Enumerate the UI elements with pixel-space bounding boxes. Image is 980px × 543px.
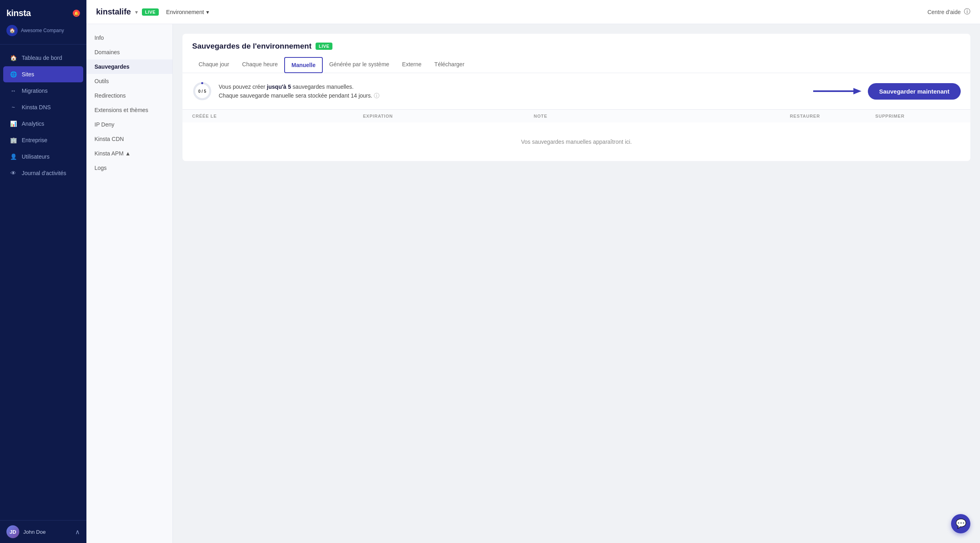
empty-state: Vos sauvegardes manuelles apparaîtront i… xyxy=(182,122,970,161)
sub-nav-item-info[interactable]: Info xyxy=(86,31,172,45)
page-content: Sauvegardes de l'environnement LIVE Chaq… xyxy=(173,24,980,543)
sidebar: kinsta 🔔 🏠 Awesome Company 🏠 Tableau de … xyxy=(0,0,86,543)
tab-chaque-jour[interactable]: Chaque jour xyxy=(192,57,236,73)
sidebar-item-sites[interactable]: 🌐 Sites xyxy=(3,66,83,82)
col-expiration: EXPIRATION xyxy=(363,114,534,118)
help-label: Centre d'aide xyxy=(927,9,961,15)
tab-generee[interactable]: Générée par le système xyxy=(323,57,396,73)
sub-nav-item-kinsta-cdn[interactable]: Kinsta CDN xyxy=(86,132,172,146)
site-name: kinstalife xyxy=(96,7,131,16)
dns-icon: ~ xyxy=(10,104,17,111)
help-icon: ⓘ xyxy=(964,8,970,16)
chevron-up-icon[interactable]: ∧ xyxy=(75,528,80,536)
sidebar-item-tableau-de-bord[interactable]: 🏠 Tableau de bord xyxy=(3,50,83,66)
content-area: Info Domaines Sauvegardes Outils Redirec… xyxy=(86,24,980,543)
tab-chaque-heure[interactable]: Chaque heure xyxy=(236,57,284,73)
activity-icon: 👁 xyxy=(10,169,17,177)
environment-label: Environnement xyxy=(166,9,204,15)
sub-nav-item-extensions[interactable]: Extensions et thèmes xyxy=(86,103,172,117)
home-icon: 🏠 xyxy=(10,54,17,61)
username: John Doe xyxy=(23,529,46,535)
header-right[interactable]: Centre d'aide ⓘ xyxy=(927,8,970,16)
sidebar-item-utilisateurs[interactable]: 👤 Utilisateurs xyxy=(3,149,83,165)
notification-icon[interactable]: 🔔 xyxy=(73,10,80,17)
migrations-icon: ↔ xyxy=(10,87,17,94)
main-area: kinstalife ▾ LIVE Environnement ▾ Centre… xyxy=(86,0,980,543)
col-restore: RESTAURER xyxy=(790,114,875,118)
svg-marker-3 xyxy=(853,88,861,94)
top-header: kinstalife ▾ LIVE Environnement ▾ Centre… xyxy=(86,0,980,24)
save-now-button[interactable]: Sauvegarder maintenant xyxy=(868,83,961,100)
backup-line1: Vous pouvez créer jusqu'à 5 sauvegardes … xyxy=(219,82,379,91)
avatar: JD xyxy=(6,525,19,538)
col-created: CRÉÉE LE xyxy=(192,114,363,118)
sidebar-item-analytics[interactable]: 📊 Analytics xyxy=(3,116,83,132)
sidebar-item-journal-activites[interactable]: 👁 Journal d'activités xyxy=(3,165,83,181)
sauvegardes-card: Sauvegardes de l'environnement LIVE Chaq… xyxy=(182,34,970,161)
kinsta-logo: kinsta xyxy=(6,8,31,18)
environment-selector[interactable]: Environnement ▾ xyxy=(163,7,212,17)
users-icon: 👤 xyxy=(10,153,17,160)
env-chevron-icon: ▾ xyxy=(206,9,209,15)
arrow-svg xyxy=(813,85,861,97)
backup-info-bar: 0 / 5 Vous pouvez créer jusqu'à 5 sauveg… xyxy=(182,73,970,109)
title-row: Sauvegardes de l'environnement LIVE xyxy=(192,42,961,51)
chat-button[interactable]: 💬 xyxy=(951,514,970,533)
sub-sidebar: Info Domaines Sauvegardes Outils Redirec… xyxy=(86,24,173,543)
sub-nav-item-domaines[interactable]: Domaines xyxy=(86,45,172,59)
info-tooltip-icon[interactable]: ⓘ xyxy=(374,92,379,99)
company-icon: 🏠 xyxy=(6,25,18,36)
sidebar-item-entreprise[interactable]: 🏢 Entreprise xyxy=(3,132,83,148)
card-header: Sauvegardes de l'environnement LIVE Chaq… xyxy=(182,34,970,73)
site-name-dropdown-icon[interactable]: ▾ xyxy=(135,9,138,15)
tab-telecharger[interactable]: Télécharger xyxy=(428,57,471,73)
backup-info-left: 0 / 5 Vous pouvez créer jusqu'à 5 sauveg… xyxy=(192,81,379,101)
live-badge: LIVE xyxy=(142,8,159,16)
sub-nav-item-redirections[interactable]: Redirections xyxy=(86,88,172,103)
sub-nav-item-sauvegardes[interactable]: Sauvegardes xyxy=(86,59,172,74)
sub-nav-item-ip-deny[interactable]: IP Deny xyxy=(86,117,172,132)
tab-externe[interactable]: Externe xyxy=(396,57,428,73)
header-left: kinstalife ▾ LIVE Environnement ▾ xyxy=(96,7,212,17)
progress-label: 0 / 5 xyxy=(198,89,206,94)
progress-circle: 0 / 5 xyxy=(192,81,212,101)
sidebar-item-migrations[interactable]: ↔ Migrations xyxy=(3,83,83,99)
chat-icon: 💬 xyxy=(955,519,966,529)
sub-nav-item-kinsta-apm[interactable]: Kinsta APM ▲ xyxy=(86,146,172,161)
globe-icon: 🌐 xyxy=(10,71,17,78)
company-name: 🏠 Awesome Company xyxy=(0,25,86,43)
sub-nav-item-logs[interactable]: Logs xyxy=(86,161,172,175)
backup-line2: Chaque sauvegarde manuelle sera stockée … xyxy=(219,91,379,100)
backup-tabs: Chaque jour Chaque heure Manuelle Généré… xyxy=(192,57,961,73)
arrow-indicator xyxy=(813,85,861,97)
chart-icon: 📊 xyxy=(10,120,17,127)
building-icon: 🏢 xyxy=(10,137,17,144)
col-delete: SUPPRIMER xyxy=(875,114,961,118)
sidebar-footer: JD John Doe ∧ xyxy=(0,520,86,543)
backup-info-right: Sauvegarder maintenant xyxy=(813,83,961,100)
page-title: Sauvegardes de l'environnement xyxy=(192,42,312,51)
user-profile[interactable]: JD John Doe xyxy=(6,525,46,538)
empty-message: Vos sauvegardes manuelles apparaîtront i… xyxy=(521,139,632,145)
tab-manuelle[interactable]: Manuelle xyxy=(284,57,323,73)
sidebar-nav: 🏠 Tableau de bord 🌐 Sites ↔ Migrations ~… xyxy=(0,46,86,520)
backup-description: Vous pouvez créer jusqu'à 5 sauvegardes … xyxy=(219,82,379,100)
sub-nav-item-outils[interactable]: Outils xyxy=(86,74,172,88)
sidebar-header: kinsta 🔔 xyxy=(0,0,86,25)
page-live-badge: LIVE xyxy=(316,43,332,50)
table-header: CRÉÉE LE EXPIRATION NOTE RESTAURER SUPPR… xyxy=(182,109,970,122)
col-note: NOTE xyxy=(534,114,790,118)
sidebar-item-kinsta-dns[interactable]: ~ Kinsta DNS xyxy=(3,99,83,115)
